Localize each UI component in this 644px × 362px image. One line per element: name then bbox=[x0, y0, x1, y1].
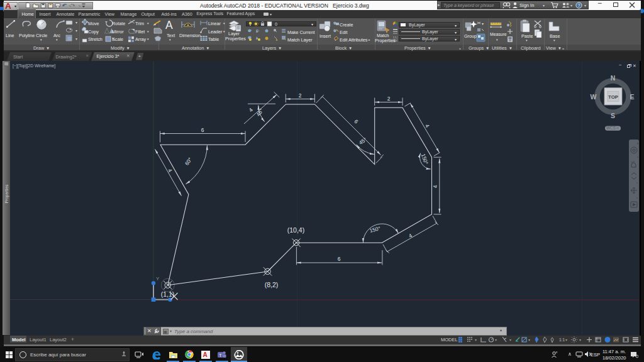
svg-text:▾: ▾ bbox=[565, 338, 567, 342]
svg-text:▾: ▾ bbox=[579, 338, 581, 342]
svg-text:6: 6 bbox=[201, 127, 204, 133]
svg-text:Y: Y bbox=[156, 276, 160, 282]
svg-text:2: 2 bbox=[387, 96, 391, 102]
svg-text:▾: ▾ bbox=[509, 338, 511, 342]
svg-text:T: T bbox=[219, 353, 222, 358]
svg-text:▾: ▾ bbox=[495, 338, 497, 342]
svg-text:45°: 45° bbox=[255, 107, 264, 118]
svg-text:▾: ▾ bbox=[475, 338, 477, 342]
svg-text:1:1: 1:1 bbox=[559, 337, 565, 342]
svg-text:6: 6 bbox=[338, 256, 341, 262]
svg-text:(8,2): (8,2) bbox=[265, 281, 279, 288]
svg-text:60°: 60° bbox=[184, 156, 193, 167]
svg-text:2: 2 bbox=[299, 92, 302, 99]
svg-text:(10,4): (10,4) bbox=[287, 226, 304, 234]
svg-text:ᴿ: ᴿ bbox=[556, 351, 558, 354]
svg-text:4: 4 bbox=[248, 106, 255, 113]
svg-text:(1,1): (1,1) bbox=[161, 290, 175, 298]
svg-text:4: 4 bbox=[424, 123, 431, 129]
svg-text:150°: 150° bbox=[369, 225, 381, 234]
svg-text:4: 4 bbox=[167, 168, 174, 173]
svg-text:4: 4 bbox=[408, 232, 413, 239]
svg-text:4: 4 bbox=[432, 185, 438, 188]
svg-text:▾: ▾ bbox=[528, 338, 530, 342]
svg-text:6: 6 bbox=[353, 118, 360, 125]
svg-text:45°: 45° bbox=[358, 136, 368, 146]
